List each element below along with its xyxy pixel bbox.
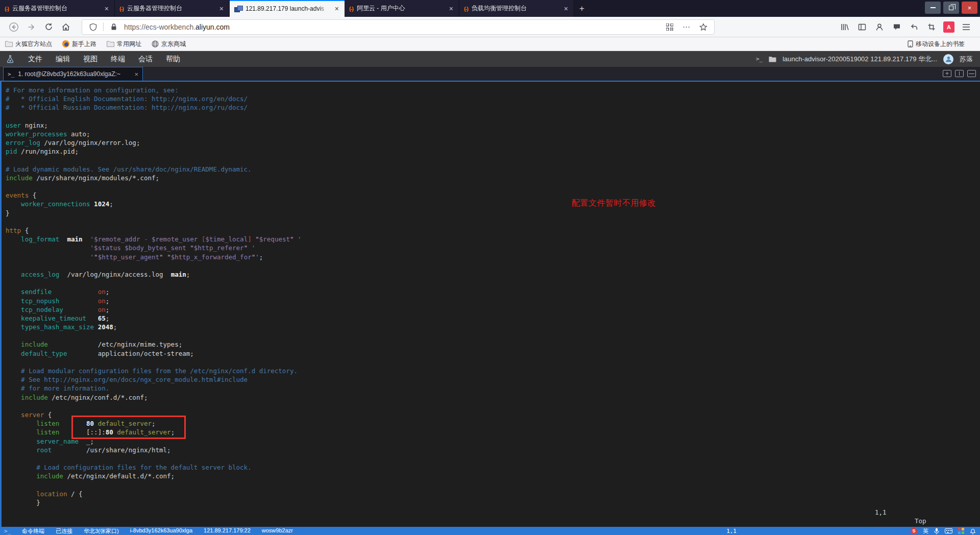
avatar[interactable] — [943, 54, 953, 64]
chat-icon[interactable] — [891, 21, 902, 33]
cursor-position: 1,1 — [726, 528, 737, 534]
firefox-icon — [62, 40, 69, 47]
terminal-line — [6, 279, 980, 287]
statusbar-item[interactable]: i-8vbd3y162k63ua90xlga — [130, 527, 192, 535]
bookmark-label: 常用网址 — [117, 40, 141, 48]
workbench-tab-icon — [234, 6, 242, 12]
terminal-line: location / { — [6, 490, 980, 498]
toolbar-icons — [839, 21, 975, 33]
extension-a-icon[interactable] — [943, 21, 954, 33]
send-tab-icon[interactable] — [909, 21, 920, 33]
tracking-shield-icon[interactable] — [86, 20, 100, 34]
statusbar-item[interactable]: 华北3(张家口) — [84, 527, 118, 535]
split-vertical-icon[interactable] — [955, 70, 964, 77]
bookmark-item[interactable]: 新手上路 — [62, 40, 96, 48]
bookmark-label: 火狐官方站点 — [15, 40, 52, 48]
statusbar-right: 1,1 英 — [726, 527, 976, 535]
bookmark-label: 京东商城 — [161, 40, 186, 48]
bookmark-item[interactable]: 火狐官方站点 — [5, 40, 52, 48]
statusbar-item[interactable]: 已连接 — [56, 527, 72, 535]
workbench-menu: 文件编辑视图终端会话帮助 — [21, 55, 187, 64]
browser-tab-bar: (-)云服务器管理控制台×(-)云服务器管理控制台×121.89.217.179… — [0, 0, 980, 17]
back-button[interactable] — [5, 19, 22, 35]
aliyun-tab-icon: (-) — [5, 6, 9, 12]
tab-close-icon[interactable]: × — [448, 5, 454, 13]
browser-tab[interactable]: (-)阿里云 - 用户中心× — [345, 0, 459, 17]
menu-item[interactable]: 视图 — [77, 55, 104, 64]
session-close-icon[interactable]: × — [134, 70, 138, 78]
mobile-bookmarks[interactable]: 移动设备上的书签 — [908, 40, 965, 48]
account-icon[interactable] — [874, 21, 885, 33]
home-button[interactable] — [57, 19, 75, 35]
statusbar-item[interactable]: 命令终端 — [22, 527, 44, 535]
session-label[interactable]: launch-advisor-20200519002 121.89.217.17… — [782, 55, 937, 64]
menu-item[interactable]: 会话 — [132, 55, 159, 64]
workbench-statusbar: 命令终端已连接华北3(张家口)i-8vbd3y162k63ua90xlga121… — [0, 527, 980, 535]
aliyun-tab-icon: (-) — [119, 6, 124, 12]
tab-close-icon[interactable]: × — [334, 5, 340, 13]
bell-icon[interactable] — [970, 528, 976, 534]
page-actions-icon[interactable]: ⋯ — [680, 20, 693, 34]
terminal-line: # Load configuration files for the defau… — [6, 463, 980, 472]
terminal-line: root /usr/share/nginx/html; — [6, 446, 980, 454]
browser-tab[interactable]: (-)云服务器管理控制台× — [0, 0, 115, 17]
restore-button[interactable] — [943, 2, 959, 14]
statusbar-left: 命令终端已连接华北3(张家口)i-8vbd3y162k63ua90xlga121… — [4, 527, 293, 535]
user-icon — [945, 56, 952, 62]
forward-button[interactable] — [22, 19, 40, 35]
bookmark-item[interactable]: 常用网址 — [107, 40, 141, 48]
add-pane-icon[interactable] — [943, 70, 951, 77]
menu-item[interactable]: 文件 — [21, 55, 49, 64]
ime-label[interactable]: 英 — [923, 527, 928, 535]
workbench-menubar: 文件编辑视图终端会话帮助 launch-advisor-20200519002 … — [0, 51, 980, 67]
screenshot-icon[interactable] — [926, 21, 937, 33]
menu-item[interactable]: 帮助 — [159, 55, 187, 64]
browser-tab[interactable]: (-)负载均衡管理控制台× — [459, 0, 574, 17]
statusbar-terminal-icon — [4, 528, 11, 534]
terminal-pane[interactable]: # For more information on configuration,… — [0, 82, 980, 527]
bookmark-star-icon[interactable] — [697, 20, 710, 34]
minimize-button[interactable] — [925, 2, 941, 14]
reload-button[interactable] — [40, 19, 57, 35]
tab-close-icon[interactable]: × — [104, 5, 110, 13]
lock-icon — [107, 20, 120, 34]
statusbar-item[interactable]: 121.89.217.179:22 — [204, 527, 251, 535]
sidebar-icon[interactable] — [856, 21, 868, 33]
toolbox-grid-icon[interactable] — [958, 528, 964, 534]
bookmark-item[interactable]: 京东商城 — [152, 40, 186, 48]
terminal-line — [6, 112, 980, 121]
menu-item[interactable]: 终端 — [104, 55, 132, 64]
terminal-tab-row: 1. root@iZ8vbd3y162k63ua90xlgaZ:~ × — [0, 67, 980, 82]
new-tab-button[interactable]: + — [574, 0, 590, 17]
terminal-session-tab[interactable]: 1. root@iZ8vbd3y162k63ua90xlgaZ:~ × — [3, 67, 143, 81]
terminal-line: user nginx; — [6, 121, 980, 130]
folder-icon — [107, 41, 114, 47]
browser-tab[interactable]: (-)云服务器管理控制台× — [115, 0, 230, 17]
user-name[interactable]: 苏落 — [960, 55, 973, 64]
terminal-icon[interactable] — [756, 56, 763, 62]
terminal-line: include /etc/nginx/conf.d/*.conf; — [6, 393, 980, 402]
menu-item[interactable]: 编辑 — [49, 55, 77, 64]
split-horizontal-icon[interactable] — [967, 70, 976, 77]
terminal-line — [6, 358, 980, 367]
statusbar-item[interactable]: wosw9b2azr — [262, 527, 293, 535]
bookmarks-bar: 火狐官方站点新手上路常用网址京东商城 移动设备上的书签 — [0, 37, 980, 51]
mic-icon[interactable] — [934, 528, 939, 534]
folder-icon[interactable] — [769, 56, 776, 62]
browser-tab[interactable]: 121.89.217.179 launch-advis× — [230, 0, 345, 17]
aliyun-tab-icon: (-) — [349, 6, 353, 12]
terminal-line: # See http://nginx.org/en/docs/ngx_core_… — [6, 375, 980, 384]
menu-icon[interactable] — [961, 21, 972, 33]
keyboard-icon[interactable] — [945, 528, 952, 533]
window-close-button[interactable]: × — [962, 2, 977, 14]
qr-code-icon[interactable] — [663, 20, 676, 34]
tab-close-icon[interactable]: × — [218, 5, 225, 13]
terminal-line: # Load dynamic modules. See /usr/share/d… — [6, 165, 980, 174]
address-bar[interactable]: https://ecs-workbench.aliyun.com ⋯ — [82, 19, 715, 35]
library-icon[interactable] — [839, 21, 850, 33]
annotation-text: 配置文件暂时不用修改 — [572, 199, 656, 207]
tab-close-icon[interactable]: × — [563, 5, 569, 13]
sogou-icon[interactable] — [911, 528, 917, 534]
terminal-line — [6, 182, 980, 191]
window-controls: × — [925, 0, 980, 17]
